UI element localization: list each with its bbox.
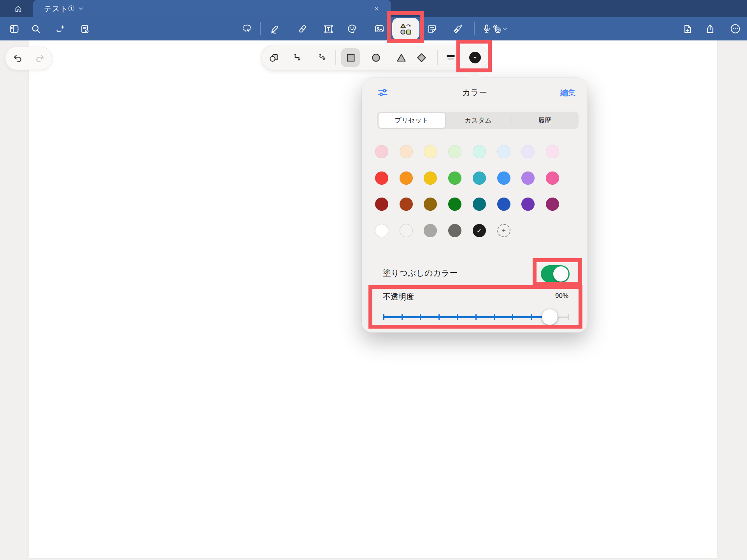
magic-eraser-button[interactable] [449, 20, 466, 37]
share-icon [705, 24, 715, 34]
color-swatch[interactable] [375, 224, 388, 237]
more-options-button[interactable] [727, 20, 744, 37]
home-button[interactable] [10, 2, 27, 16]
polyline-icon [293, 52, 303, 63]
ai-assist-button[interactable] [52, 20, 69, 37]
color-swatch[interactable] [400, 145, 413, 158]
color-swatch[interactable] [546, 145, 559, 158]
magic-eraser-icon [452, 23, 463, 34]
color-swatch[interactable] [448, 198, 461, 211]
color-swatch[interactable] [521, 145, 535, 158]
color-swatch[interactable] [497, 198, 510, 211]
opacity-slider[interactable] [384, 311, 568, 323]
search-icon [31, 24, 41, 34]
lasso-tool-button[interactable] [238, 20, 256, 37]
page-overview-icon [79, 24, 90, 34]
shape-recognition-icon [269, 52, 279, 63]
color-swatch[interactable] [546, 172, 559, 185]
shape-square-button[interactable] [342, 49, 359, 66]
color-swatch[interactable] [521, 198, 535, 211]
color-swatch[interactable] [448, 145, 461, 158]
color-swatch[interactable] [473, 145, 486, 158]
document-tab[interactable]: テスト① × [33, 0, 391, 17]
text-tool-button[interactable] [320, 20, 337, 37]
pen-tool-button[interactable] [266, 20, 283, 37]
triangle-shape-icon [396, 52, 407, 63]
slider-knob[interactable] [542, 309, 558, 325]
toolbar-divider [260, 22, 261, 35]
curve-icon [317, 52, 328, 63]
stroke-thickness-icon [445, 52, 456, 63]
tab-custom[interactable]: カスタム [445, 113, 512, 128]
fill-color-toggle[interactable] [541, 265, 570, 283]
color-swatch[interactable]: ✓ [473, 224, 486, 237]
diamond-shape-icon [416, 52, 427, 63]
redo-icon [34, 53, 45, 64]
image-tool-button[interactable] [371, 20, 388, 37]
page-overview-button[interactable] [76, 20, 93, 37]
color-swatch[interactable] [375, 145, 388, 158]
color-swatch[interactable] [473, 172, 486, 185]
popover-pointer [468, 72, 482, 78]
color-swatch[interactable] [375, 172, 388, 185]
search-button[interactable] [27, 20, 44, 37]
toggle-knob [553, 266, 568, 282]
circle-shape-icon [371, 52, 381, 63]
share-button[interactable] [701, 20, 719, 37]
color-swatch[interactable] [375, 198, 388, 211]
stroke-thickness-button[interactable] [442, 49, 459, 66]
undo-redo-pill [5, 47, 52, 70]
sidebar-icon [9, 24, 19, 34]
add-color-button[interactable]: + [497, 224, 510, 237]
color-swatch[interactable] [546, 198, 559, 211]
toolbar [0, 17, 747, 40]
color-swatch[interactable] [448, 172, 461, 185]
color-swatch[interactable] [400, 172, 413, 185]
shape-recognition-button[interactable] [265, 49, 283, 66]
shape-options-toolbar [261, 45, 489, 70]
subbar-divider [437, 50, 438, 65]
shape-diamond-button[interactable] [412, 49, 430, 66]
shapes-icon [399, 23, 412, 36]
color-swatch[interactable] [424, 172, 437, 185]
color-swatch[interactable] [400, 224, 413, 237]
edit-colors-link[interactable]: 編集 [560, 88, 576, 98]
color-swatch[interactable] [497, 172, 510, 185]
add-page-button[interactable] [679, 20, 696, 37]
curve-button[interactable] [314, 49, 331, 66]
lasso-icon [242, 23, 253, 34]
color-swatch[interactable] [424, 198, 437, 211]
toolbar-divider [474, 22, 475, 35]
color-swatch[interactable] [448, 224, 461, 237]
shapes-tool-button[interactable] [392, 18, 419, 40]
home-icon [14, 4, 23, 14]
sticky-note-button[interactable] [423, 20, 440, 37]
add-page-icon [682, 24, 693, 34]
sidebar-button[interactable] [5, 20, 23, 37]
tab-close-button[interactable]: × [371, 0, 382, 17]
square-shape-icon [345, 52, 356, 63]
top-tab-bar: テスト① × [0, 0, 747, 17]
audio-options-chevron[interactable] [500, 20, 510, 37]
color-swatch[interactable] [473, 198, 486, 211]
sticker-tool-button[interactable] [344, 20, 361, 37]
opacity-label: 不透明度 [383, 292, 414, 302]
undo-icon [12, 53, 23, 64]
polyline-button[interactable] [289, 49, 307, 66]
color-tabs: プリセット カスタム 履歴 [377, 112, 579, 129]
eraser-tool-button[interactable] [294, 20, 311, 37]
color-swatch[interactable] [424, 224, 437, 237]
color-swatch[interactable] [521, 172, 535, 185]
undo-button[interactable] [6, 47, 29, 70]
shape-circle-button[interactable] [367, 49, 385, 66]
tab-history[interactable]: 履歴 [512, 113, 578, 128]
tab-presets[interactable]: プリセット [379, 113, 445, 128]
document-title: テスト① [44, 4, 75, 14]
check-icon: ✓ [477, 227, 482, 235]
redo-button[interactable] [28, 47, 51, 70]
color-swatch-button[interactable] [469, 52, 481, 63]
color-swatch[interactable] [400, 198, 413, 211]
color-swatch[interactable] [424, 145, 437, 158]
shape-triangle-button[interactable] [392, 49, 410, 66]
color-swatch[interactable] [497, 145, 510, 158]
